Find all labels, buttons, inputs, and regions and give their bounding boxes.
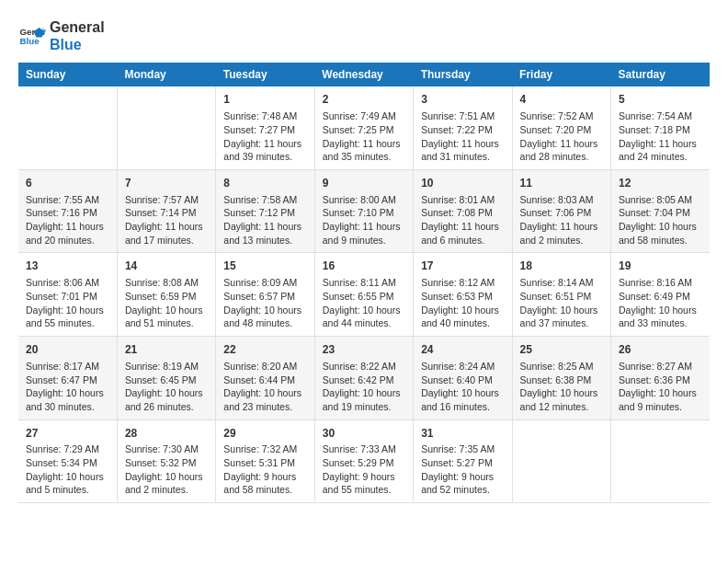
day-info: Sunrise: 8:09 AM Sunset: 6:57 PM Dayligh… [223,276,306,330]
day-info: Sunrise: 7:30 AM Sunset: 5:32 PM Dayligh… [125,442,208,497]
logo-blue: Blue [50,36,105,53]
day-info: Sunrise: 8:20 AM Sunset: 6:44 PM Dayligh… [223,360,306,414]
day-cell: 20Sunrise: 8:17 AM Sunset: 6:47 PM Dayli… [18,337,117,420]
day-cell: 6Sunrise: 7:55 AM Sunset: 7:16 PM Daylig… [18,169,117,253]
day-cell: 13Sunrise: 8:06 AM Sunset: 7:01 PM Dayli… [18,253,117,337]
day-number: 20 [26,342,109,358]
day-number: 1 [223,92,306,108]
day-info: Sunrise: 8:12 AM Sunset: 6:53 PM Dayligh… [421,276,504,330]
week-row-1: 1Sunrise: 7:48 AM Sunset: 7:27 PM Daylig… [18,86,710,169]
week-row-5: 27Sunrise: 7:29 AM Sunset: 5:34 PM Dayli… [18,419,710,503]
day-info: Sunrise: 8:01 AM Sunset: 7:08 PM Dayligh… [421,193,504,247]
day-info: Sunrise: 7:55 AM Sunset: 7:16 PM Dayligh… [26,193,109,247]
day-cell: 25Sunrise: 8:25 AM Sunset: 6:38 PM Dayli… [512,337,610,420]
day-number: 12 [619,176,702,191]
day-cell: 16Sunrise: 8:11 AM Sunset: 6:55 PM Dayli… [314,253,413,337]
day-number: 14 [125,259,208,274]
day-cell: 12Sunrise: 8:05 AM Sunset: 7:04 PM Dayli… [611,169,710,253]
day-info: Sunrise: 7:33 AM Sunset: 5:29 PM Dayligh… [323,442,405,497]
day-info: Sunrise: 8:00 AM Sunset: 7:10 PM Dayligh… [323,193,405,247]
header-friday: Friday [512,63,610,86]
day-number: 19 [619,259,702,274]
day-info: Sunrise: 8:14 AM Sunset: 6:51 PM Dayligh… [520,276,603,330]
day-info: Sunrise: 8:24 AM Sunset: 6:40 PM Dayligh… [421,360,504,414]
day-number: 5 [619,92,702,108]
logo-icon: General Blue [18,22,46,50]
day-number: 11 [520,176,603,191]
header-tuesday: Tuesday [216,63,314,86]
day-info: Sunrise: 7:57 AM Sunset: 7:14 PM Dayligh… [125,193,208,247]
day-info: Sunrise: 8:03 AM Sunset: 7:06 PM Dayligh… [520,193,603,247]
day-number: 9 [323,176,405,191]
day-info: Sunrise: 8:22 AM Sunset: 6:42 PM Dayligh… [323,360,405,414]
day-number: 29 [223,426,306,442]
day-number: 31 [421,426,504,442]
logo-general: General [50,18,105,36]
day-number: 7 [125,176,208,191]
day-number: 2 [323,92,405,108]
day-cell: 29Sunrise: 7:32 AM Sunset: 5:31 PM Dayli… [216,419,314,503]
day-number: 21 [125,342,208,358]
header-sunday: Sunday [18,63,117,86]
day-number: 13 [26,259,109,274]
day-number: 24 [421,342,504,358]
day-cell: 11Sunrise: 8:03 AM Sunset: 7:06 PM Dayli… [512,169,610,253]
logo: General Blue General Blue [18,18,105,53]
day-number: 8 [223,176,306,191]
day-cell: 31Sunrise: 7:35 AM Sunset: 5:27 PM Dayli… [414,419,512,503]
day-info: Sunrise: 8:27 AM Sunset: 6:36 PM Dayligh… [619,360,702,414]
day-number: 4 [520,92,603,108]
day-number: 23 [323,342,405,358]
day-info: Sunrise: 7:32 AM Sunset: 5:31 PM Dayligh… [223,442,306,497]
day-number: 27 [26,426,109,442]
day-cell: 21Sunrise: 8:19 AM Sunset: 6:45 PM Dayli… [117,337,215,420]
day-info: Sunrise: 7:35 AM Sunset: 5:27 PM Dayligh… [421,442,504,497]
header-monday: Monday [117,63,215,86]
day-number: 25 [520,342,603,358]
day-info: Sunrise: 8:25 AM Sunset: 6:38 PM Dayligh… [520,360,603,414]
day-info: Sunrise: 7:49 AM Sunset: 7:25 PM Dayligh… [323,109,405,164]
day-number: 15 [223,259,306,274]
day-cell: 23Sunrise: 8:22 AM Sunset: 6:42 PM Dayli… [314,337,413,420]
header-saturday: Saturday [611,63,710,86]
day-cell: 4Sunrise: 7:52 AM Sunset: 7:20 PM Daylig… [512,86,610,169]
header-wednesday: Wednesday [314,63,413,86]
day-number: 28 [125,426,208,442]
svg-text:Blue: Blue [20,36,40,46]
day-number: 30 [323,426,405,442]
day-info: Sunrise: 8:17 AM Sunset: 6:47 PM Dayligh… [26,360,109,414]
day-info: Sunrise: 8:16 AM Sunset: 6:49 PM Dayligh… [619,276,702,330]
day-number: 17 [421,259,504,274]
day-cell: 10Sunrise: 8:01 AM Sunset: 7:08 PM Dayli… [414,169,512,253]
day-number: 16 [323,259,405,274]
day-cell: 22Sunrise: 8:20 AM Sunset: 6:44 PM Dayli… [216,337,314,420]
day-info: Sunrise: 7:48 AM Sunset: 7:27 PM Dayligh… [223,109,306,164]
day-cell: 26Sunrise: 8:27 AM Sunset: 6:36 PM Dayli… [611,337,710,420]
header-thursday: Thursday [414,63,512,86]
day-cell: 3Sunrise: 7:51 AM Sunset: 7:22 PM Daylig… [414,86,512,169]
day-info: Sunrise: 7:54 AM Sunset: 7:18 PM Dayligh… [619,109,702,164]
day-info: Sunrise: 8:05 AM Sunset: 7:04 PM Dayligh… [619,193,702,247]
day-number: 6 [26,176,109,191]
day-info: Sunrise: 8:06 AM Sunset: 7:01 PM Dayligh… [26,276,109,330]
day-cell: 5Sunrise: 7:54 AM Sunset: 7:18 PM Daylig… [611,86,710,169]
calendar-header-row: SundayMondayTuesdayWednesdayThursdayFrid… [18,63,710,86]
day-number: 10 [421,176,504,191]
day-cell: 28Sunrise: 7:30 AM Sunset: 5:32 PM Dayli… [117,419,215,503]
day-cell: 24Sunrise: 8:24 AM Sunset: 6:40 PM Dayli… [414,337,512,420]
day-info: Sunrise: 7:29 AM Sunset: 5:34 PM Dayligh… [26,442,109,497]
day-cell: 27Sunrise: 7:29 AM Sunset: 5:34 PM Dayli… [18,419,117,503]
day-cell: 1Sunrise: 7:48 AM Sunset: 7:27 PM Daylig… [216,86,314,169]
day-cell [512,419,610,503]
day-cell: 15Sunrise: 8:09 AM Sunset: 6:57 PM Dayli… [216,253,314,337]
day-cell: 14Sunrise: 8:08 AM Sunset: 6:59 PM Dayli… [117,253,215,337]
page-header: General Blue General Blue [18,18,710,53]
day-cell: 8Sunrise: 7:58 AM Sunset: 7:12 PM Daylig… [216,169,314,253]
week-row-2: 6Sunrise: 7:55 AM Sunset: 7:16 PM Daylig… [18,169,710,253]
day-info: Sunrise: 8:08 AM Sunset: 6:59 PM Dayligh… [125,276,208,330]
day-cell: 2Sunrise: 7:49 AM Sunset: 7:25 PM Daylig… [314,86,413,169]
day-cell: 30Sunrise: 7:33 AM Sunset: 5:29 PM Dayli… [314,419,413,503]
day-cell: 9Sunrise: 8:00 AM Sunset: 7:10 PM Daylig… [314,169,413,253]
day-info: Sunrise: 7:52 AM Sunset: 7:20 PM Dayligh… [520,109,603,164]
day-info: Sunrise: 7:58 AM Sunset: 7:12 PM Dayligh… [223,193,306,247]
